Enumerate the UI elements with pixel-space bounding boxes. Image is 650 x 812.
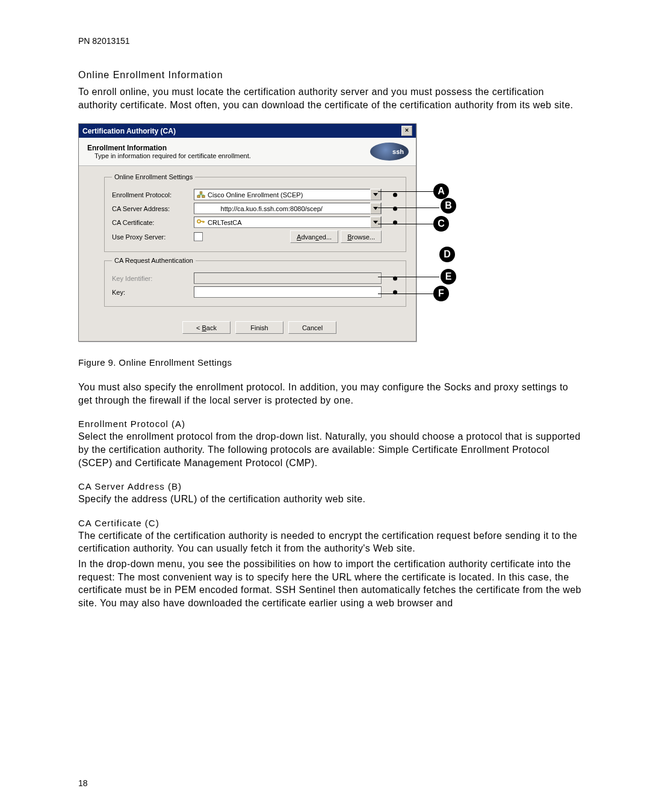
combo-caret[interactable] <box>370 203 381 214</box>
combo-protocol-text: Cisco Online Enrollment (SCEP) <box>208 191 303 198</box>
browse-text: rowse... <box>351 233 375 241</box>
input-keyid[interactable] <box>194 272 382 284</box>
row-proxy: Use Proxy Server: Advanced... Browse... <box>112 230 396 243</box>
para-after-figure: You must also specify the enrollment pro… <box>78 381 584 407</box>
row-keyid: Key Identifier: <box>112 272 396 284</box>
label-key: Key: <box>112 289 190 296</box>
input-key[interactable] <box>194 286 382 298</box>
pn-line: PN 82013151 <box>78 36 584 46</box>
row-protocol: Enrollment Protocol: Cisco Online Enroll… <box>112 189 396 200</box>
frame-ca-auth: CA Request Authentication Key Identifier… <box>104 257 406 307</box>
frame-online-enrollment: Online Enrollment Settings Enrollment Pr… <box>104 173 406 252</box>
page-number: 18 <box>78 778 88 788</box>
browse-button[interactable]: Browse... <box>341 230 382 243</box>
advanced-button[interactable]: Advanced... <box>290 230 338 243</box>
para-a: Select the enrollment protocol from the … <box>78 430 584 469</box>
row-key: Key: <box>112 286 396 298</box>
callout-b: B <box>441 198 456 214</box>
dialog-titlebar: Certification Authority (CA) × <box>79 124 416 138</box>
heading-a: Enrollment Protocol (A) <box>78 419 584 429</box>
back-button[interactable]: < Back <box>182 321 231 334</box>
combo-cert[interactable]: CRLTestCA <box>194 217 382 228</box>
combo-caret[interactable] <box>370 217 381 228</box>
leader-b <box>378 208 439 208</box>
banner-title: Enrollment Information <box>87 144 251 152</box>
close-button[interactable]: × <box>401 126 412 136</box>
para-c2: In the drop-down menu, you see the possi… <box>78 558 584 609</box>
label-proxy: Use Proxy Server: <box>112 233 190 241</box>
dialog-title: Certification Authority (CA) <box>82 127 176 135</box>
cancel-button[interactable]: Cancel <box>288 321 336 334</box>
leader-a <box>378 191 435 192</box>
dialog-screenshot: Certification Authority (CA) × Enrollmen… <box>78 123 463 342</box>
svg-point-3 <box>197 220 200 223</box>
dialog-button-row: < Back Finish Cancel <box>103 318 416 341</box>
combo-server[interactable]: http://ca.kuo.fi.ssh.com:8080/scep/ <box>194 203 382 214</box>
label-keyid: Key Identifier: <box>112 275 190 282</box>
combo-caret[interactable] <box>370 189 381 200</box>
finish-button[interactable]: Finish <box>235 321 283 334</box>
svg-rect-2 <box>200 191 202 194</box>
heading-c: CA Certificate (C) <box>78 518 584 528</box>
dialog-banner: Enrollment Information Type in informati… <box>79 138 416 166</box>
svg-rect-1 <box>202 195 205 198</box>
combo-protocol[interactable]: Cisco Online Enrollment (SCEP) <box>194 189 382 200</box>
para-c1: The certificate of the certification aut… <box>78 529 584 555</box>
figure-caption: Figure 9. Online Enrollment Settings <box>78 357 584 368</box>
key-icon <box>197 218 205 227</box>
callout-c: C <box>433 216 449 232</box>
para-b: Specify the address (URL) of the certifi… <box>78 493 584 506</box>
frame-legend-2: CA Request Authentication <box>112 257 196 264</box>
section-title-online-enrollment: Online Enrollment Information <box>78 70 584 81</box>
callout-e: E <box>441 269 456 285</box>
advanced-text: dvanced... <box>301 233 332 241</box>
leader-e <box>378 277 439 277</box>
leader-c <box>378 224 435 224</box>
network-icon <box>197 191 205 199</box>
ssh-logo: ssh <box>370 143 409 161</box>
callout-d: D <box>439 247 455 262</box>
frame-legend-1: Online Enrollment Settings <box>112 173 195 180</box>
svg-rect-0 <box>197 195 200 198</box>
heading-b: CA Server Address (B) <box>78 481 584 491</box>
label-cert: CA Certificate: <box>112 219 190 226</box>
banner-subtitle: Type in information required for certifi… <box>87 152 251 159</box>
row-cert: CA Certificate: CRLTestCA <box>112 217 396 228</box>
callout-a: A <box>433 183 449 199</box>
checkbox-proxy[interactable] <box>194 232 203 241</box>
leader-f <box>378 294 435 294</box>
ca-dialog: Certification Authority (CA) × Enrollmen… <box>78 123 416 342</box>
label-protocol: Enrollment Protocol: <box>112 191 190 198</box>
combo-server-text: http://ca.kuo.fi.ssh.com:8080/scep/ <box>221 205 323 212</box>
dot-a <box>393 192 397 197</box>
intro-paragraph: To enroll online, you must locate the ce… <box>78 85 584 111</box>
row-server: CA Server Address: http://ca.kuo.fi.ssh.… <box>112 203 396 214</box>
combo-cert-text: CRLTestCA <box>208 219 242 226</box>
callout-f: F <box>433 286 449 301</box>
label-server: CA Server Address: <box>112 205 190 212</box>
